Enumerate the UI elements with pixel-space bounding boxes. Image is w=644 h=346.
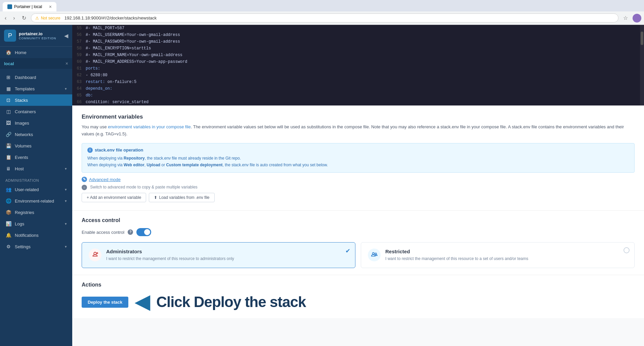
- registries-icon: 📦: [5, 210, 11, 215]
- logo-sub: COMMUNITY EDITION: [19, 37, 56, 40]
- enable-access-info-icon: ?: [128, 229, 133, 235]
- sidebar-item-notifications[interactable]: 🔔 Notifications: [0, 229, 72, 241]
- user-related-arrow-icon: ▾: [65, 187, 67, 192]
- sidebar-home-label: Home: [15, 50, 67, 55]
- sidebar-images-label: Images: [15, 121, 67, 126]
- sidebar-item-containers[interactable]: ◫ Containers: [0, 106, 72, 117]
- code-line-60: 60 #- MAIL_FROM_ADDRESS=Your-own-app-pas…: [72, 58, 640, 65]
- restricted-card-radio: [624, 247, 630, 253]
- images-icon: 🖼: [5, 120, 11, 126]
- env-desc-prefix: You may use: [82, 124, 108, 129]
- sidebar-item-home[interactable]: 🏠 Home: [0, 47, 72, 58]
- address-bar[interactable]: ⚠ Not secure 192.168.1.18:9000/#!/2/dock…: [31, 13, 618, 23]
- code-line-57: 57 #- MAIL_PASSWORD=Your-own-gmail-addre…: [72, 38, 640, 45]
- sidebar-user-related-label: User-related: [15, 187, 61, 192]
- add-env-label: + Add an environment variable: [87, 195, 141, 200]
- click-deploy-text: Click Deploy the stack: [156, 294, 306, 310]
- code-scrollbar-thumb: [641, 32, 643, 45]
- lock-icon: ⚠: [35, 16, 39, 20]
- back-button[interactable]: ‹: [3, 14, 8, 23]
- reload-button[interactable]: ↻: [20, 13, 28, 23]
- stacks-icon: ⊡: [5, 97, 11, 103]
- sidebar: P portainer.io COMMUNITY EDITION ◀ 🏠 Hom…: [0, 25, 72, 346]
- browser-tab-active[interactable]: Portainer | local ×: [3, 2, 56, 11]
- sidebar-logs-label: Logs: [15, 221, 61, 226]
- sidebar-host-label: Host: [15, 166, 61, 171]
- code-editor: 55 #- MAIL_PORT=587 56 #- MAIL_USERNAME=…: [72, 25, 644, 105]
- actions-section: Actions Deploy the stack ◀ Click Deploy …: [72, 275, 644, 318]
- add-env-button[interactable]: + Add an environment variable: [82, 193, 146, 202]
- settings-arrow-icon: ▾: [65, 245, 67, 249]
- load-env-label: Load variables from .env file: [159, 195, 209, 200]
- restricted-card[interactable]: Restricted I want to restrict the manage…: [361, 242, 635, 268]
- env-desc-link[interactable]: environment variables in your compose fi…: [108, 124, 190, 129]
- sidebar-notifications-label: Notifications: [15, 233, 67, 238]
- sidebar-item-volumes[interactable]: 💾 Volumes: [0, 140, 72, 152]
- restricted-card-icon: [368, 249, 381, 261]
- restricted-card-content: Restricted I want to restrict the manage…: [385, 249, 628, 262]
- sidebar-item-registries[interactable]: 📦 Registries: [0, 207, 72, 218]
- url-display: 192.168.1.18:9000/#!/2/docker/stacks/new…: [65, 15, 614, 20]
- sidebar-item-networks[interactable]: 🔗 Networks: [0, 129, 72, 140]
- sidebar-registries-label: Registries: [15, 210, 67, 215]
- templates-arrow-icon: ▾: [65, 87, 67, 91]
- sidebar-item-env-related[interactable]: 🌐 Environment-related ▾: [0, 195, 72, 207]
- containers-icon: ◫: [5, 109, 11, 114]
- sidebar-item-logs[interactable]: 📊 Logs ▾: [0, 218, 72, 229]
- admin-card-desc: I want to restrict the management of thi…: [106, 256, 348, 262]
- sidebar-header: P portainer.io COMMUNITY EDITION ◀: [0, 25, 72, 47]
- code-line-64: 64 depends_on:: [72, 85, 640, 92]
- dashboard-icon: ⊞: [5, 75, 11, 80]
- sidebar-item-images[interactable]: 🖼 Images: [0, 117, 72, 129]
- administrators-card[interactable]: Administrators I want to restrict the ma…: [82, 242, 355, 268]
- browser-tabs: Portainer | local ×: [3, 2, 56, 11]
- volumes-icon: 💾: [5, 143, 11, 148]
- sidebar-item-dashboard[interactable]: ⊞ Dashboard: [0, 72, 72, 83]
- sidebar-item-settings[interactable]: ⚙ Settings ▾: [0, 241, 72, 252]
- advanced-mode-row: ✎ Advanced mode: [82, 177, 635, 182]
- home-icon: 🏠: [5, 50, 11, 55]
- profile-avatar[interactable]: [633, 14, 641, 23]
- templates-icon: ▦: [5, 86, 11, 91]
- info-icon: i: [87, 147, 93, 153]
- svg-point-3: [373, 253, 375, 255]
- code-scrollbar[interactable]: [640, 25, 644, 105]
- sidebar-item-host[interactable]: 🖥 Host ▾: [0, 163, 72, 174]
- deploy-stack-button[interactable]: Deploy the stack: [82, 297, 128, 308]
- code-line-62: 62 - 6280:80: [72, 72, 640, 79]
- app-layout: P portainer.io COMMUNITY EDITION ◀ 🏠 Hom…: [0, 25, 644, 346]
- sidebar-nav: ⊞ Dashboard ▦ Templates ▾ ⊡ Stacks ◫ Con…: [0, 69, 72, 346]
- tab-close-icon[interactable]: ×: [49, 4, 52, 9]
- host-icon: 🖥: [5, 166, 11, 171]
- code-line-59: 59 #- MAIL_FROM_NAME=Your-own-gmail-addr…: [72, 52, 640, 58]
- sidebar-item-events[interactable]: 📋 Events: [0, 152, 72, 163]
- env-related-arrow-icon: ▾: [65, 199, 67, 203]
- env-close-icon[interactable]: ×: [66, 61, 68, 66]
- switch-icon: ○: [82, 185, 87, 190]
- env-section-desc: You may use environment variables in you…: [82, 124, 635, 138]
- code-line-66: 66 condition: service_started: [72, 99, 640, 105]
- admin-card-icon: [89, 249, 101, 261]
- bookmark-button[interactable]: ☆: [621, 13, 630, 23]
- code-line-56: 56 #- MAIL_USERNAME=Your-own-gmail-addre…: [72, 32, 640, 38]
- advanced-mode-link[interactable]: Advanced mode: [89, 177, 121, 182]
- access-control-toggle[interactable]: [136, 228, 151, 236]
- access-control-title: Access control: [82, 217, 635, 223]
- sidebar-item-stacks[interactable]: ⊡ Stacks: [0, 94, 72, 106]
- sidebar-collapse-icon[interactable]: ◀: [64, 33, 68, 39]
- sidebar-item-user-related[interactable]: 👥 User-related ▾: [0, 184, 72, 195]
- sidebar-item-templates[interactable]: ▦ Templates ▾: [0, 83, 72, 94]
- deploy-row: Deploy the stack ◀ Click Deploy the stac…: [82, 293, 635, 311]
- env-variables-section: Environment variables You may use enviro…: [72, 105, 644, 211]
- access-control-section: Access control Enable access control ? A…: [72, 211, 644, 275]
- load-env-button[interactable]: ⬆ Load variables from .env file: [149, 193, 214, 202]
- svg-point-0: [94, 252, 96, 255]
- logs-icon: 📊: [5, 221, 11, 226]
- enable-access-row: Enable access control ?: [82, 228, 635, 236]
- user-related-icon: 👥: [5, 187, 11, 192]
- env-section-title: Environment variables: [82, 114, 635, 120]
- events-icon: 📋: [5, 155, 11, 160]
- admin-section-label: Administration: [0, 174, 72, 184]
- advanced-mode-icon: ✎: [82, 177, 87, 182]
- forward-button[interactable]: ›: [11, 14, 17, 23]
